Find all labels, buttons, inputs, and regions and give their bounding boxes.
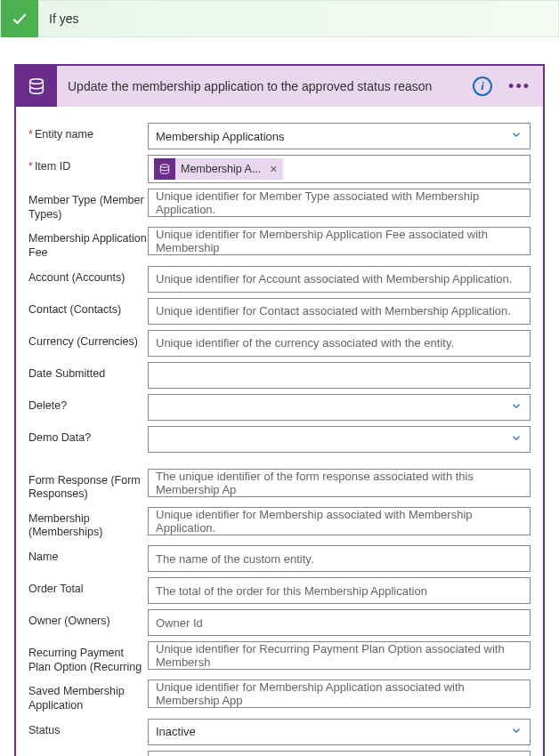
label-form-response: Form Response (Form Responses): [28, 469, 148, 502]
check-icon: [1, 0, 38, 37]
label-recurring: Recurring Payment Plan Option (Recurring: [28, 641, 148, 674]
close-icon[interactable]: ×: [270, 162, 277, 176]
label-date-submitted: Date Submitted: [28, 362, 148, 382]
label-owner: Owner (Owners): [28, 609, 148, 629]
row-owner: Owner (Owners) Owner Id: [28, 609, 531, 636]
chevron-down-icon: [510, 399, 523, 414]
name-input[interactable]: The name of the custom entity.: [148, 545, 531, 572]
label-delete: Delete?: [28, 394, 148, 414]
chevron-down-icon: [510, 724, 523, 739]
card-body: *Entity name Membership Applications *It…: [16, 107, 543, 756]
delete-dropdown[interactable]: [148, 394, 531, 421]
row-status: Status Inactive: [28, 719, 531, 745]
dynamic-content-token[interactable]: Membership A... ×: [154, 158, 283, 180]
label-name: Name: [28, 545, 148, 565]
condition-bar[interactable]: If yes: [0, 0, 559, 37]
entity-name-value: Membership Applications: [156, 130, 285, 143]
membership-input[interactable]: Unique identifier for Membership associa…: [148, 507, 531, 535]
row-status-reason: Status Reason Approved: [28, 751, 531, 757]
chevron-down-icon: [510, 431, 523, 446]
row-saved: Saved Membership Application Unique iden…: [28, 680, 531, 712]
label-currency: Currency (Currencies): [28, 330, 148, 350]
row-order-total: Order Total The total of the order for t…: [28, 577, 531, 604]
date-submitted-input[interactable]: [148, 362, 531, 389]
chevron-down-icon: [510, 129, 523, 144]
status-reason-dropdown[interactable]: Approved: [148, 751, 531, 757]
label-account: Account (Accounts): [28, 266, 148, 286]
label-member-type: Member Type (Member Types): [28, 189, 148, 221]
label-contact: Contact (Contacts): [28, 298, 148, 318]
status-dropdown[interactable]: Inactive: [148, 719, 531, 745]
token-label: Membership A...: [181, 163, 261, 175]
app-fee-input[interactable]: Unique identifier for Membership Applica…: [148, 227, 531, 255]
label-order-total: Order Total: [28, 577, 148, 597]
row-account: Account (Accounts) Unique identifier for…: [28, 266, 531, 293]
currency-input[interactable]: Unique identifier of the currency associ…: [148, 330, 531, 357]
form-response-input[interactable]: The unique identifier of the form respon…: [148, 469, 531, 497]
more-menu-icon[interactable]: •••: [505, 77, 534, 96]
label-app-fee: Membership Application Fee: [28, 227, 148, 260]
label-entity-name: *Entity name: [28, 123, 148, 142]
row-demo: Demo Data?: [28, 426, 531, 453]
owner-input[interactable]: Owner Id: [148, 609, 531, 636]
status-value: Inactive: [156, 725, 196, 738]
database-icon: [16, 66, 57, 107]
recurring-input[interactable]: Unique identifier for Recurring Payment …: [148, 641, 531, 670]
row-app-fee: Membership Application Fee Unique identi…: [28, 227, 531, 260]
label-status: Status: [28, 719, 148, 738]
contact-input[interactable]: Unique identifier for Contact associated…: [148, 298, 531, 325]
row-recurring: Recurring Payment Plan Option (Recurring…: [28, 641, 531, 674]
svg-point-0: [30, 79, 44, 84]
item-id-field[interactable]: Membership A... ×: [148, 155, 531, 183]
saved-input[interactable]: Unique identifier for Membership Applica…: [148, 680, 531, 708]
member-type-input[interactable]: Unique identifier for Member Type associ…: [148, 189, 531, 217]
row-membership: Membership (Memberships) Unique identifi…: [28, 507, 531, 540]
row-date-submitted: Date Submitted: [28, 362, 531, 389]
row-item-id: *Item ID Membership A... ×: [28, 155, 531, 183]
database-icon: [154, 158, 175, 180]
demo-dropdown[interactable]: [148, 426, 531, 453]
condition-label: If yes: [49, 12, 78, 26]
row-form-response: Form Response (Form Responses) The uniqu…: [28, 469, 531, 502]
label-membership: Membership (Memberships): [28, 507, 148, 540]
account-input[interactable]: Unique identifier for Account associated…: [148, 266, 531, 293]
row-contact: Contact (Contacts) Unique identifier for…: [28, 298, 531, 325]
row-name: Name The name of the custom entity.: [28, 545, 531, 572]
order-total-input[interactable]: The total of the order for this Membersh…: [148, 577, 531, 604]
svg-point-1: [160, 165, 168, 168]
entity-name-dropdown[interactable]: Membership Applications: [148, 123, 531, 149]
label-item-id: *Item ID: [28, 155, 148, 174]
action-card: Update the membership application to the…: [14, 64, 545, 756]
row-member-type: Member Type (Member Types) Unique identi…: [28, 189, 531, 221]
row-entity-name: *Entity name Membership Applications: [28, 123, 531, 149]
card-header[interactable]: Update the membership application to the…: [16, 66, 543, 107]
card-title: Update the membership application to the…: [68, 79, 473, 93]
label-demo: Demo Data?: [28, 426, 148, 446]
label-saved: Saved Membership Application: [28, 680, 148, 712]
info-icon[interactable]: i: [473, 76, 492, 96]
row-currency: Currency (Currencies) Unique identifier …: [28, 330, 531, 357]
row-delete: Delete?: [28, 394, 531, 421]
